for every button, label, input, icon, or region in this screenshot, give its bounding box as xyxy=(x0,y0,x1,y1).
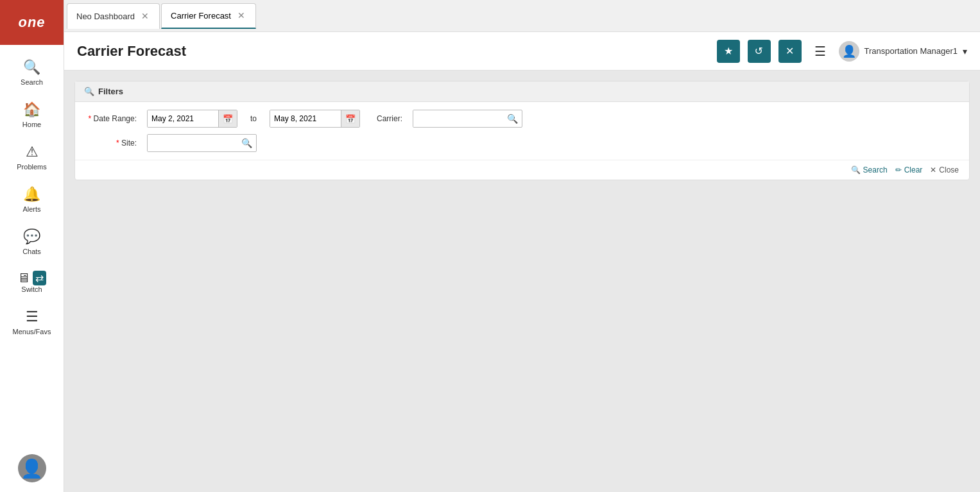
close-page-button[interactable]: ✕ xyxy=(778,40,802,63)
filter-header: 🔍 Filters xyxy=(75,81,969,102)
refresh-icon: ↻ xyxy=(755,45,763,57)
clear-action-label: Clear xyxy=(904,165,923,174)
clear-icon: ✏ xyxy=(895,165,902,174)
sidebar-item-alerts[interactable]: 🔔 Alerts xyxy=(0,178,64,221)
filter-body: Date Range: 📅 to 📅 Carrier: 🔍 xyxy=(75,102,969,160)
date-to-input-wrap: 📅 xyxy=(270,110,360,128)
chat-icon: 💬 xyxy=(23,228,40,245)
sidebar-item-label: Home xyxy=(22,121,41,128)
sidebar-bottom: 👤 xyxy=(0,454,64,492)
calendar-from-button[interactable]: 📅 xyxy=(218,110,237,127)
close-icon: ✕ xyxy=(786,45,794,57)
page-title: Carrier Forecast xyxy=(77,43,709,60)
close-action-label: Close xyxy=(939,165,959,174)
bell-icon: 🔔 xyxy=(23,186,40,203)
search-action-link[interactable]: 🔍 Search xyxy=(851,165,888,174)
search-action-icon: 🔍 xyxy=(851,165,861,174)
sidebar: one 🔍 Search 🏠 Home ⚠ Problems 🔔 Alerts … xyxy=(0,0,64,492)
date-to-input[interactable] xyxy=(270,110,341,127)
switch-icons: 🖥 ⇄ xyxy=(17,271,46,285)
sidebar-item-home[interactable]: 🏠 Home xyxy=(0,94,64,136)
tab-bar: Neo Dashboard ✕ Carrier Forecast ✕ xyxy=(64,0,980,32)
switch-icon-right: ⇄ xyxy=(33,271,46,285)
tab-label: Neo Dashboard xyxy=(76,12,135,21)
favorite-button[interactable]: ★ xyxy=(717,40,740,63)
sidebar-nav: 🔍 Search 🏠 Home ⚠ Problems 🔔 Alerts 💬 Ch… xyxy=(0,45,64,454)
filter-actions: 🔍 Search ✏ Clear ✕ Close xyxy=(75,160,969,180)
sidebar-item-switch[interactable]: 🖥 ⇄ Switch xyxy=(0,263,64,301)
sidebar-item-menus[interactable]: ☰ Menus/Favs xyxy=(0,301,64,343)
filter-panel: 🔍 Filters Date Range: 📅 to 📅 Carr xyxy=(74,81,970,180)
site-input-wrap: 🔍 xyxy=(147,134,257,152)
date-range-row: Date Range: 📅 to 📅 Carrier: 🔍 xyxy=(85,110,959,128)
calendar-to-button[interactable]: 📅 xyxy=(341,110,359,127)
filter-search-icon: 🔍 xyxy=(84,87,94,96)
site-label: Site: xyxy=(85,139,137,148)
carrier-label: Carrier: xyxy=(370,114,402,123)
avatar-icon: 👤 xyxy=(21,458,43,479)
date-from-input[interactable] xyxy=(148,110,218,127)
sidebar-item-chats[interactable]: 💬 Chats xyxy=(0,221,64,263)
close-action-link[interactable]: ✕ Close xyxy=(930,165,959,174)
tab-close-carrier-forecast[interactable]: ✕ xyxy=(236,10,246,21)
sidebar-item-label: Switch xyxy=(21,285,42,293)
date-range-label: Date Range: xyxy=(85,114,137,123)
filter-panel-label: Filters xyxy=(98,87,123,96)
close-action-icon: ✕ xyxy=(930,165,936,174)
content-area: 🔍 Filters Date Range: 📅 to 📅 Carr xyxy=(64,71,980,492)
switch-icon-left: 🖥 xyxy=(17,271,30,285)
sidebar-item-label: Problems xyxy=(17,163,46,171)
main-content: Neo Dashboard ✕ Carrier Forecast ✕ Carri… xyxy=(64,0,980,492)
tab-neo-dashboard[interactable]: Neo Dashboard ✕ xyxy=(67,3,160,29)
user-name: Transportation Manager1 xyxy=(864,46,958,56)
tab-close-neo-dashboard[interactable]: ✕ xyxy=(140,11,150,21)
carrier-input[interactable] xyxy=(413,110,503,127)
sidebar-item-label: Alerts xyxy=(22,205,40,213)
user-avatar-sidebar[interactable]: 👤 xyxy=(18,454,46,482)
menu-icon: ☰ xyxy=(26,309,39,325)
logo-text: one xyxy=(18,14,45,31)
sidebar-item-problems[interactable]: ⚠ Problems xyxy=(0,136,64,178)
star-icon: ★ xyxy=(724,45,733,57)
tab-label: Carrier Forecast xyxy=(171,11,231,21)
site-input[interactable] xyxy=(148,135,237,151)
clear-action-link[interactable]: ✏ Clear xyxy=(895,165,923,174)
sidebar-item-label: Search xyxy=(21,78,43,86)
site-search-button[interactable]: 🔍 xyxy=(237,138,256,148)
to-label: to xyxy=(248,114,259,123)
home-icon: 🏠 xyxy=(23,101,40,118)
sidebar-item-search[interactable]: 🔍 Search xyxy=(0,51,64,94)
page-header: Carrier Forecast ★ ↻ ✕ ☰ 👤 Transportatio… xyxy=(64,32,980,71)
dropdown-chevron-icon[interactable]: ▾ xyxy=(963,46,967,56)
carrier-search-button[interactable]: 🔍 xyxy=(503,114,522,124)
user-avatar: 👤 xyxy=(839,41,859,62)
search-icon: 🔍 xyxy=(23,59,40,76)
date-from-input-wrap: 📅 xyxy=(147,110,237,128)
site-row: Site: 🔍 xyxy=(85,134,959,152)
sidebar-item-label: Chats xyxy=(22,248,41,255)
avatar-person-icon: 👤 xyxy=(842,44,856,58)
search-action-label: Search xyxy=(863,165,888,174)
hamburger-menu-button[interactable]: ☰ xyxy=(809,41,831,62)
carrier-input-wrap: 🔍 xyxy=(413,110,522,128)
app-logo[interactable]: one xyxy=(0,0,64,45)
user-area[interactable]: 👤 Transportation Manager1 ▾ xyxy=(839,41,968,62)
warning-icon: ⚠ xyxy=(26,144,39,160)
refresh-button[interactable]: ↻ xyxy=(748,40,771,63)
tab-carrier-forecast[interactable]: Carrier Forecast ✕ xyxy=(161,3,256,29)
sidebar-item-label: Menus/Favs xyxy=(13,328,51,335)
